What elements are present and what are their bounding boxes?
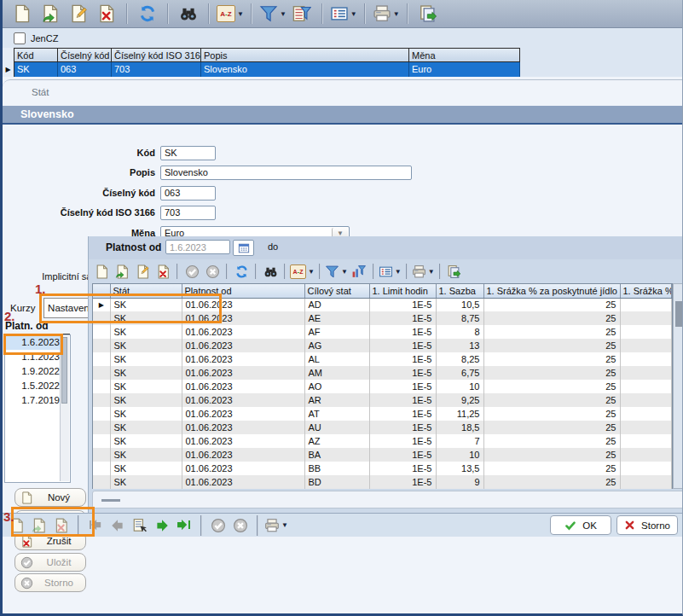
cell-iso: 703 <box>112 62 201 77</box>
print-bottom-button[interactable]: ▼ <box>264 515 288 536</box>
edit-rate-button[interactable] <box>133 262 152 281</box>
rates-horizontal-scrollbar[interactable] <box>92 491 683 508</box>
select-record-button[interactable] <box>130 515 150 536</box>
rates-filter-row: Platnost od 1.6.2023 do <box>89 236 683 259</box>
rates-column-header[interactable]: Stát <box>110 284 182 298</box>
copy-rate-button[interactable] <box>113 262 131 281</box>
kod-label: Kód <box>3 148 160 158</box>
chevron-down-icon[interactable]: ▼ <box>280 10 287 18</box>
print-button[interactable]: ▼ <box>373 2 400 26</box>
filter-row: JenCZ <box>3 28 683 48</box>
storno-button[interactable]: Storno <box>616 515 678 535</box>
new-rate-button[interactable] <box>92 262 111 281</box>
date-item[interactable]: 1.9.2022 <box>5 364 60 379</box>
new-record-button[interactable] <box>9 2 35 26</box>
chevron-down-icon[interactable]: ▼ <box>350 10 357 18</box>
refresh-button[interactable] <box>135 2 160 26</box>
filter-rates-button[interactable]: ▼ <box>325 262 348 281</box>
column-header-popis[interactable]: Popis <box>201 48 409 62</box>
sort-az-rates-button[interactable]: A-Z▼ <box>290 262 315 281</box>
copy-bottom-button[interactable] <box>29 515 49 536</box>
sort-az-button[interactable]: A-Z▼ <box>217 2 244 26</box>
rates-column-header[interactable]: 1. Limit hodin <box>369 284 436 298</box>
date-item[interactable]: 1.7.2019 <box>5 393 60 408</box>
filter-chart-button[interactable] <box>350 262 368 281</box>
cancel-bottom-button[interactable] <box>230 515 251 536</box>
chevron-down-icon[interactable]: ▼ <box>281 521 288 529</box>
chevron-down-icon[interactable]: ▼ <box>395 268 402 276</box>
first-record-button[interactable] <box>85 515 106 536</box>
rates-vertical-scrollbar-thumb[interactable] <box>675 301 682 327</box>
columns-rates-button[interactable]: ▼ <box>379 262 402 281</box>
chevron-down-icon[interactable]: ▼ <box>428 268 435 276</box>
chevron-down-icon[interactable]: ▼ <box>341 268 348 276</box>
rates-grid-row[interactable]: SK01.06.2023AG1E-51325 <box>93 339 672 352</box>
copy-record-button[interactable] <box>38 2 63 26</box>
rates-grid-row[interactable]: SK01.06.2023AE1E-58,7525 <box>93 311 672 325</box>
rates-horizontal-scrollbar-thumb[interactable] <box>101 499 120 502</box>
rates-vertical-scrollbar[interactable] <box>673 283 683 489</box>
export-button[interactable] <box>415 2 441 26</box>
dates-scrollbar[interactable] <box>60 336 69 481</box>
ok-button[interactable]: OK <box>550 515 611 535</box>
rates-grid-row[interactable]: SK01.06.2023AO1E-51025 <box>93 380 672 393</box>
find-rates-button[interactable] <box>261 262 280 281</box>
column-header-ciselny-kod[interactable]: Číselný kód <box>58 48 112 62</box>
platnost-od-field[interactable]: 1.6.2023 <box>165 240 230 254</box>
country-grid-selected-row[interactable]: ▶ SK 063 703 Slovensko Euro <box>3 62 683 77</box>
next-record-button[interactable] <box>152 515 172 536</box>
column-header-mena[interactable]: Měna <box>409 48 520 62</box>
delete-record-button[interactable] <box>94 2 119 26</box>
iso-field[interactable]: 703 <box>160 206 216 220</box>
refresh-rates-button[interactable] <box>232 262 251 281</box>
ulozit-button[interactable]: Uložit <box>14 553 86 572</box>
cancel-button[interactable] <box>203 262 222 281</box>
rates-grid-row[interactable]: SK01.06.2023AL1E-58,2525 <box>93 352 672 366</box>
ciselny-kod-field[interactable]: 063 <box>160 186 216 200</box>
rates-grid-row[interactable]: SK01.06.2023AZ1E-5725 <box>93 434 672 448</box>
rates-grid-row[interactable]: SK01.06.2023AU1E-518,525 <box>93 421 672 434</box>
rates-grid-row[interactable]: SK01.06.2023AR1E-59,2525 <box>93 393 672 407</box>
rates-grid-row[interactable]: SK01.06.2023AT1E-511,2525 <box>93 407 672 421</box>
rates-column-header[interactable]: Cílový stat <box>304 284 369 298</box>
rates-column-header[interactable]: 1. Sazba <box>436 284 483 298</box>
delete-rate-button[interactable] <box>153 262 172 281</box>
rates-grid-row[interactable]: SK01.06.2023AM1E-56,7525 <box>93 366 672 380</box>
previous-record-button[interactable] <box>107 515 128 536</box>
storno-side-button[interactable]: Storno <box>14 573 86 592</box>
filter-button[interactable]: ▼ <box>259 2 287 26</box>
export-rates-button[interactable] <box>445 262 464 281</box>
rates-grid-row[interactable]: ▶SK01.06.2023AD1E-510,525 <box>93 298 672 311</box>
date-item[interactable]: 1.1.2023 <box>5 350 60 364</box>
rates-grid-row[interactable]: SK01.06.2023BB1E-513,525 <box>93 462 672 475</box>
apply-bottom-button[interactable] <box>208 515 229 536</box>
last-record-button[interactable] <box>174 515 194 536</box>
popis-field[interactable]: Slovensko <box>160 166 412 180</box>
date-item[interactable]: 1.6.2023 <box>5 335 60 350</box>
column-header-kod[interactable]: Kód <box>14 48 58 62</box>
calendar-button[interactable] <box>233 240 254 256</box>
chevron-down-icon[interactable]: ▼ <box>237 10 244 18</box>
novy-button[interactable]: Nový <box>14 488 86 507</box>
jencz-checkbox[interactable] <box>14 32 26 44</box>
rates-column-header[interactable]: Platnost od <box>182 284 304 298</box>
delete-bottom-button[interactable] <box>51 515 72 536</box>
kod-field[interactable]: SK <box>160 146 216 160</box>
rates-column-header[interactable]: 1. Srážka % za pos <box>620 284 672 298</box>
rates-grid-row[interactable]: SK01.06.2023AF1E-5825 <box>93 325 672 339</box>
find-button[interactable] <box>176 2 201 26</box>
columns-button[interactable]: ▼ <box>330 2 357 26</box>
chevron-down-icon[interactable]: ▼ <box>308 268 315 276</box>
dates-scrollbar-thumb[interactable] <box>61 337 67 404</box>
apply-button[interactable] <box>182 262 201 281</box>
edit-record-button[interactable] <box>66 2 91 26</box>
rates-grid-row[interactable]: SK01.06.2023BA1E-51025 <box>93 448 672 462</box>
toolbar-separator <box>439 264 441 279</box>
column-header-iso[interactable]: Číselný kód ISO 3166 <box>112 48 201 62</box>
rates-column-header[interactable]: 1. Srážka % za poskytnuté jídlo - snídan… <box>483 284 620 298</box>
date-item[interactable]: 1.5.2022 <box>5 379 60 393</box>
rates-grid-row[interactable]: SK01.06.2023BD1E-5925 <box>93 475 672 489</box>
filter-edit-button[interactable] <box>289 2 315 26</box>
print-rates-button[interactable]: ▼ <box>412 262 435 281</box>
chevron-down-icon[interactable]: ▼ <box>393 10 400 18</box>
